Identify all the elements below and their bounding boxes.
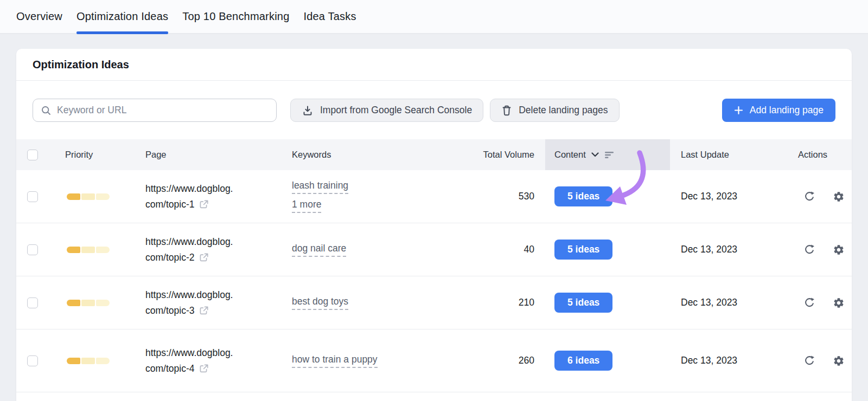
gear-icon[interactable] (832, 296, 845, 309)
row-checkbox[interactable] (27, 355, 38, 366)
total-volume-value: 260 (456, 355, 545, 366)
keywords-cell: best dog toys (292, 296, 456, 310)
actions-cell (778, 296, 852, 309)
keywords-cell: dog nail care (292, 243, 456, 257)
tab-top-10-benchmarking[interactable]: Top 10 Benchmarking (182, 0, 289, 33)
keyword-link[interactable]: dog nail care (292, 243, 346, 257)
priority-indicator (67, 247, 110, 253)
external-link-icon[interactable] (199, 252, 209, 263)
external-link-icon[interactable] (199, 363, 209, 374)
gear-icon[interactable] (832, 354, 845, 367)
actions-cell (778, 354, 852, 367)
gear-icon[interactable] (832, 243, 845, 256)
active-tab-indicator (76, 31, 168, 34)
external-link-icon[interactable] (199, 305, 209, 316)
card-header: Optimization Ideas (16, 49, 852, 81)
keyword-link[interactable]: how to train a puppy (292, 354, 378, 368)
actions-cell (778, 190, 852, 203)
page-url-link[interactable]: https://www.dogblog.com/topic-4 (145, 347, 233, 374)
plus-icon (734, 106, 743, 115)
external-link-icon[interactable] (199, 199, 209, 210)
row-checkbox[interactable] (27, 244, 38, 255)
column-header-total-volume: Total Volume (456, 150, 545, 160)
optimization-ideas-page: { "tab_bar": { "tabs": [ { "label": "Ove… (0, 0, 868, 401)
last-update-value: Dec 13, 2023 (670, 355, 778, 366)
search-icon (41, 105, 52, 116)
table-row: https://www.dogblog.com/topic-4 how to t… (16, 329, 852, 392)
actions-cell (778, 243, 852, 256)
table-row: https://www.dogblog.com/topic-1 leash tr… (16, 170, 852, 223)
header-checkbox-cell (16, 150, 54, 160)
row-checkbox[interactable] (27, 297, 38, 308)
page-title: Optimization Ideas (33, 59, 129, 71)
landing-pages-table: Priority Page Keywords Total Volume Cont… (16, 139, 852, 392)
priority-cell (54, 358, 145, 364)
content-cell: 5 ideas (545, 293, 670, 313)
page-cell: https://www.dogblog.com/topic-2 (145, 234, 292, 266)
keyword-link[interactable]: best dog toys (292, 296, 348, 310)
optimization-ideas-card: Optimization Ideas Import from Google Se… (16, 49, 852, 401)
priority-indicator (67, 300, 110, 306)
column-header-page: Page (145, 150, 292, 160)
search-box[interactable] (33, 99, 277, 122)
content-ideas-button[interactable]: 6 ideas (554, 351, 612, 371)
chevron-down-icon (591, 152, 599, 157)
page-cell: https://www.dogblog.com/topic-4 (145, 345, 292, 377)
content-cell: 5 ideas (545, 240, 670, 260)
priority-cell (54, 300, 145, 306)
keywords-cell: how to train a puppy (292, 354, 456, 368)
page-cell: https://www.dogblog.com/topic-1 (145, 181, 292, 212)
priority-cell (54, 193, 145, 200)
delete-button-label: Delete landing pages (519, 105, 608, 116)
total-volume-value: 40 (456, 244, 545, 255)
refresh-icon[interactable] (803, 190, 816, 203)
sort-descending-icon[interactable] (604, 151, 614, 159)
trash-icon (501, 105, 512, 117)
tab-label: Idea Tasks (303, 10, 356, 23)
row-checkbox[interactable] (27, 191, 38, 202)
tab-label: Top 10 Benchmarking (182, 10, 289, 23)
total-volume-value: 210 (456, 297, 545, 308)
column-header-content[interactable]: Content (545, 139, 670, 170)
search-input[interactable] (57, 105, 269, 116)
download-icon (302, 105, 314, 117)
keyword-link[interactable]: leash training (292, 180, 348, 194)
content-ideas-button[interactable]: 5 ideas (554, 240, 612, 260)
select-all-checkbox[interactable] (27, 150, 38, 160)
tab-optimization-ideas[interactable]: Optimization Ideas (76, 0, 168, 33)
import-button-label: Import from Google Search Console (320, 105, 472, 116)
content-cell: 6 ideas (545, 351, 670, 371)
refresh-icon[interactable] (803, 354, 816, 367)
tab-idea-tasks[interactable]: Idea Tasks (303, 0, 356, 33)
priority-indicator (67, 193, 110, 200)
content-ideas-button[interactable]: 5 ideas (554, 186, 612, 206)
table-row: https://www.dogblog.com/topic-2 dog nail… (16, 223, 852, 276)
column-header-last-update: Last Update (670, 150, 778, 160)
page-url-link[interactable]: https://www.dogblog.com/topic-2 (145, 236, 233, 263)
toolbar: Import from Google Search Console Delete… (33, 99, 835, 122)
more-keywords-link[interactable]: 1 more (292, 199, 321, 213)
content-cell: 5 ideas (545, 186, 670, 206)
refresh-icon[interactable] (803, 243, 816, 256)
tab-overview[interactable]: Overview (16, 0, 62, 33)
delete-landing-pages-button[interactable]: Delete landing pages (490, 99, 619, 122)
tab-label: Overview (16, 10, 62, 23)
column-header-actions: Actions (778, 150, 852, 160)
table-row: https://www.dogblog.com/topic-3 best dog… (16, 276, 852, 329)
last-update-value: Dec 13, 2023 (670, 297, 778, 308)
page-url-link[interactable]: https://www.dogblog.com/topic-3 (145, 289, 233, 316)
page-url-link[interactable]: https://www.dogblog.com/topic-1 (145, 183, 233, 210)
add-landing-page-button[interactable]: Add landing page (722, 99, 835, 122)
total-volume-value: 530 (456, 191, 545, 202)
keywords-cell: leash training 1 more (292, 180, 456, 213)
content-header-label: Content (554, 150, 586, 160)
refresh-icon[interactable] (803, 296, 816, 309)
import-from-gsc-button[interactable]: Import from Google Search Console (290, 99, 483, 122)
content-ideas-button[interactable]: 5 ideas (554, 293, 612, 313)
gear-icon[interactable] (832, 190, 845, 203)
table-header-row: Priority Page Keywords Total Volume Cont… (16, 139, 852, 170)
last-update-value: Dec 13, 2023 (670, 191, 778, 202)
column-header-keywords: Keywords (292, 150, 456, 160)
priority-cell (54, 247, 145, 253)
tab-label: Optimization Ideas (76, 10, 168, 23)
